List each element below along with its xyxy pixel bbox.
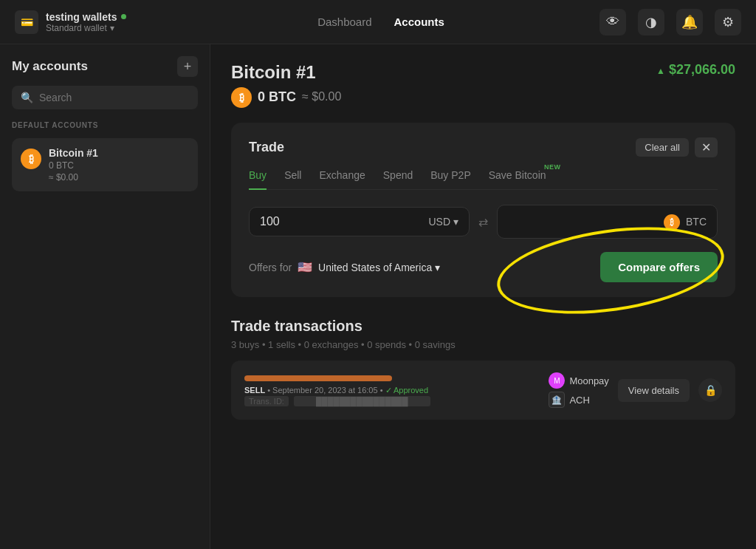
gear-icon[interactable]: ⚙: [715, 9, 741, 35]
tx-id-value: ████████████████: [294, 396, 430, 406]
trade-header: Trade Clear all ✕: [249, 137, 718, 157]
currency-select[interactable]: USD ▾: [428, 216, 458, 228]
tab-buy[interactable]: Buy: [249, 169, 267, 190]
transactions-subtitle: 3 buys • 1 sells • 0 exchanges • 0 spend…: [231, 339, 735, 350]
offers-row: Offers for 🇺🇸 United States of America ▾…: [249, 252, 718, 282]
btc-logo: ₿: [231, 87, 252, 108]
lock-icon[interactable]: 🔒: [698, 378, 722, 402]
section-label: DEFAULT ACCOUNTS: [12, 121, 198, 129]
balance-row: ₿ 0 BTC ≈ $0.00: [231, 86, 735, 108]
swap-icon[interactable]: ⇄: [478, 215, 488, 229]
tx-status: ✓ Approved: [385, 386, 429, 395]
account-name: Bitcoin #1: [49, 147, 98, 159]
compare-offers-button[interactable]: Compare offers: [600, 252, 718, 282]
search-icon: 🔍: [21, 92, 33, 103]
account-title: Bitcoin #1: [231, 62, 316, 83]
account-details: Bitcoin #1 0 BTC ≈ $0.00: [49, 147, 98, 183]
sidebar-title: My accounts: [12, 59, 88, 74]
new-badge: NEW: [544, 163, 561, 171]
tx-type: SELL • September 20, 2023 at 16:05 • ✓ A…: [244, 386, 549, 395]
moonpay-label: Moonpay: [569, 375, 608, 386]
trade-tabs: Buy Sell Exchange Spend Buy P2P Save Bit…: [249, 169, 718, 190]
country-flag: 🇺🇸: [298, 260, 312, 274]
moonpay-icon: M: [549, 372, 565, 389]
balance-btc: 0 BTC: [258, 89, 296, 105]
main-layout: My accounts + 🔍 DEFAULT ACCOUNTS ₿ Bitco…: [0, 44, 756, 549]
up-arrow-icon: ▲: [656, 66, 665, 76]
search-box[interactable]: 🔍: [12, 86, 198, 109]
sidebar-header: My accounts +: [12, 56, 198, 77]
trade-transactions-section: Trade transactions 3 buys • 1 sells • 0 …: [231, 318, 735, 420]
btc-input-group: ₿ BTC: [497, 205, 718, 239]
trade-card: Trade Clear all ✕ Buy Sell Exchange S: [231, 123, 735, 297]
status-dot: [121, 14, 126, 19]
tx-left: SELL • September 20, 2023 at 16:05 • ✓ A…: [244, 375, 549, 406]
amount-input[interactable]: [260, 215, 422, 228]
nav-accounts[interactable]: Accounts: [394, 16, 444, 28]
sidebar: My accounts + 🔍 DEFAULT ACCOUNTS ₿ Bitco…: [0, 44, 210, 549]
tab-buy-p2p[interactable]: Buy P2P: [430, 169, 470, 190]
trade-inputs: USD ▾ ⇄ ₿ BTC: [249, 205, 718, 239]
tab-save-bitcoin[interactable]: Save Bitcoin NEW: [489, 169, 546, 190]
amount-input-group: USD ▾: [249, 207, 470, 236]
view-details-button[interactable]: View details: [618, 379, 690, 402]
close-trade-button[interactable]: ✕: [695, 137, 718, 157]
contrast-icon[interactable]: ◑: [638, 9, 664, 35]
chevron-down-icon: ▾: [435, 262, 440, 273]
chevron-down-icon: ▾: [453, 216, 458, 228]
nav-icons: 👁 ◑ 🔔 ⚙: [599, 9, 741, 35]
tx-right: M Moonpay 🏦 ACH View details 🔒: [549, 372, 722, 408]
tx-id: Trans. ID: ████████████████: [244, 397, 549, 406]
wallet-avatar: 💳: [15, 10, 38, 34]
clear-all-button[interactable]: Clear all: [636, 138, 689, 157]
search-input[interactable]: [39, 92, 189, 103]
transaction-card: SELL • September 20, 2023 at 16:05 • ✓ A…: [231, 361, 735, 420]
transactions-title: Trade transactions: [231, 318, 735, 335]
account-header: Bitcoin #1 ▲ $27,066.00: [231, 62, 735, 83]
main-content: Bitcoin #1 ▲ $27,066.00 ₿ 0 BTC ≈ $0.00 …: [210, 44, 756, 549]
tx-sell-label: SELL: [244, 386, 265, 395]
eye-icon[interactable]: 👁: [599, 9, 626, 35]
balance-approx: ≈ $0.00: [302, 90, 341, 103]
nav-links: Dashboard Accounts: [317, 16, 444, 28]
account-btc: 0 BTC: [49, 160, 98, 171]
wallet-name: testing wallets: [46, 11, 117, 23]
top-nav: 💳 testing wallets Standard wallet ▾ Dash…: [0, 0, 756, 44]
offers-row-wrapper: Offers for 🇺🇸 United States of America ▾…: [249, 252, 718, 282]
ach-icon: 🏦: [549, 392, 565, 408]
btc-icon: ₿: [21, 149, 41, 169]
ach-row: 🏦 ACH: [549, 392, 608, 408]
ach-label: ACH: [569, 395, 589, 406]
account-item-bitcoin1[interactable]: ₿ Bitcoin #1 0 BTC ≈ $0.00: [12, 138, 198, 191]
tab-spend[interactable]: Spend: [383, 169, 413, 190]
tx-provider: M Moonpay 🏦 ACH: [549, 372, 608, 408]
bell-icon[interactable]: 🔔: [676, 9, 703, 35]
account-usd: ≈ $0.00: [49, 172, 98, 183]
trade-header-right: Clear all ✕: [636, 137, 718, 157]
moonpay-row: M Moonpay: [549, 372, 608, 389]
wallet-type[interactable]: Standard wallet ▾: [46, 23, 126, 33]
wallet-info: 💳 testing wallets Standard wallet ▾: [15, 10, 162, 34]
btc-label: BTC: [686, 216, 707, 228]
tab-exchange[interactable]: Exchange: [319, 169, 365, 190]
offers-left: Offers for 🇺🇸 United States of America ▾: [249, 260, 440, 274]
add-account-button[interactable]: +: [177, 56, 198, 77]
btc-currency-icon: ₿: [664, 214, 680, 231]
country-select[interactable]: United States of America ▾: [318, 262, 440, 273]
trade-title: Trade: [249, 140, 284, 155]
nav-dashboard[interactable]: Dashboard: [317, 16, 371, 28]
btc-price: ▲ $27,066.00: [656, 62, 735, 78]
tab-sell[interactable]: Sell: [284, 169, 301, 190]
tx-amount-bar: [244, 375, 392, 381]
